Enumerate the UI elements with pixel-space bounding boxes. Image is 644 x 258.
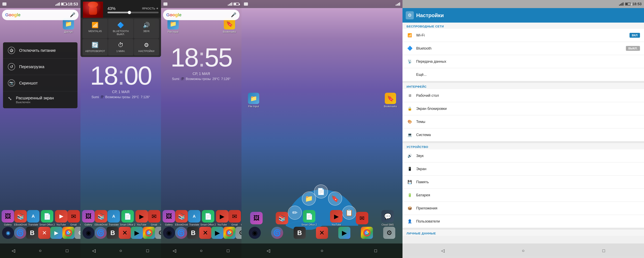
settings-bluetooth[interactable]: 🔷 Bluetooth ВЫКЛ. [402,42,644,55]
recent-button-settings[interactable]: □ [598,247,610,255]
wifi-tile-icon: 📶 [92,22,98,28]
bookmarks-icon-p4[interactable]: 🔖 Bookmarks [382,93,398,108]
settings-sound[interactable]: 🔊 Звук [402,149,644,163]
bookmarks-icon-p3[interactable]: 🔖 Bookmarks [222,18,238,33]
divider-1 [402,81,644,83]
wifi-toggle[interactable]: ВКЛ [630,33,640,38]
app-gallery-p4[interactable]: 🖼 [250,212,263,224]
back-button-p3[interactable]: ◁ [168,247,180,255]
dock-swirl-p4[interactable]: 🌀 [271,227,283,239]
notif-tile-settings[interactable]: ⚙ НАСТРОЙКИ [134,39,159,55]
battery-fill-settings [626,3,628,5]
recent-button-p4[interactable]: □ [370,247,382,255]
settings-status-icons: 18:53 [619,2,642,6]
dock-chrome-p4[interactable] [361,227,373,239]
dock-bold[interactable]: B [26,227,38,239]
weather-icon-p3: ⛈ [181,77,184,81]
status-time: 18:53 [68,2,78,7]
dock-xperia-p3[interactable]: ✕ [199,227,211,239]
bluetooth-tile-label: BLUETOOTH ВЫКЛ. [110,30,132,36]
xperia-icon: ✕ [38,227,50,239]
back-button-p2[interactable]: ◁ [88,247,100,255]
dock-chrome-p2[interactable] [143,227,155,239]
dock-chrome[interactable] [62,227,74,239]
dock-orb-p3[interactable]: ◉ [163,227,175,239]
brightness-bar[interactable] [108,12,158,13]
ftp-desktop-icon[interactable]: 📁 Доступ [60,18,76,33]
settings-data-transfer[interactable]: 📡 Передача данных [402,55,644,68]
home-button-p4[interactable]: ○ [316,247,328,255]
screenshot-item[interactable]: 📷 Скриншот [3,75,78,91]
reboot-item[interactable]: ↺ Перезагрузка [3,59,78,75]
home-button[interactable]: ○ [34,247,46,255]
dock-playstore[interactable]: ▶ [50,227,62,239]
dock-xperia[interactable]: ✕ [38,227,50,239]
dock-xperia-p4[interactable]: ✕ [316,227,328,239]
notif-tile-timeout[interactable]: ⏱ 1 МИН. [108,39,133,55]
dock-swirl[interactable]: 🌀 [14,227,26,239]
section-wireless-header: БЕСПРОВОДНЫЕ СЕТИ [402,23,644,29]
expand-screen-item[interactable]: ⤡ Расширенный экран Выключен [3,91,78,108]
fileinput-icon-p4[interactable]: 📁 File Input [246,93,262,108]
power-off-item[interactable]: ⏻ Отключить питание [3,42,78,59]
fan-icon-doc[interactable]: 📄 [314,184,328,199]
fan-icon-bookmark[interactable]: 🔖 [328,191,342,206]
app-gmail-p4[interactable]: ✉ [356,212,368,224]
dock-settings-p4[interactable]: ⚙ [383,227,395,239]
settings-more[interactable]: Ещё... [402,68,644,81]
settings-desktop[interactable]: 🖥 Рабочий стол [402,89,644,102]
dock-swirl-p2[interactable]: 🌀 [94,227,107,239]
settings-users[interactable]: 👤 Пользователи [402,215,644,228]
dock-playstore-p4[interactable]: ▶ [338,227,350,239]
settings-memory[interactable]: 💾 Память [402,176,644,189]
back-button-settings[interactable]: ◁ [437,247,449,255]
notif-tile-bluetooth[interactable]: 🔷 BLUETOOTH ВЫКЛ. [108,19,133,39]
mic-icon-p3[interactable]: 🎤 [231,12,236,18]
dock-bold-p2[interactable]: B [107,227,119,239]
dock-xperia-p2[interactable]: ✕ [119,227,131,239]
search-input-p3[interactable] [183,13,231,17]
dock-orb-p4[interactable]: ◉ [249,227,261,239]
settings-system[interactable]: 💻 Система [402,128,644,142]
dock-orb-p2[interactable]: ◉ [82,227,94,239]
home-button-p2[interactable]: ○ [115,247,127,255]
settings-wifi[interactable]: 📶 Wi-Fi ВКЛ [402,29,644,42]
fileinput-icon[interactable]: 📁 File Input [165,18,181,33]
search-input[interactable] [22,13,70,17]
dock-playstore-p3[interactable]: ▶ [211,227,224,239]
brightness-label: ЯРКОСТЬ ☀ [142,7,158,10]
back-button[interactable]: ◁ [8,247,20,255]
settings-themes[interactable]: 🎨 Темы [402,115,644,128]
search-bar[interactable]: Google 🎤 [2,10,78,20]
home-button-p3[interactable]: ○ [195,247,207,255]
dock-chrome-p3[interactable] [224,227,236,239]
recent-button-p2[interactable]: □ [142,247,154,255]
search-bar-panel3[interactable]: Google 🎤 [163,10,240,20]
settings-lockscreen[interactable]: 🔒 Экран блокировки [402,102,644,115]
recent-button-p3[interactable]: □ [222,247,234,255]
recent-button[interactable]: □ [61,247,73,255]
home-button-settings[interactable]: ○ [517,247,529,255]
settings-apps[interactable]: 📦 Приложения [402,202,644,215]
dock-bold-p3[interactable]: B [187,227,199,239]
notif-tile-sound[interactable]: 🔊 ЗВУК [134,19,159,39]
app-ebook-p4[interactable]: 📚 [276,212,288,224]
rotate-tile-icon: 🔄 [92,42,98,48]
dock-settings[interactable]: ⚙ [74,227,80,239]
dock-orb[interactable]: ◉ [2,227,14,239]
bluetooth-toggle[interactable]: ВЫКЛ. [626,46,640,51]
fileinput-label-p4: File Input [248,105,259,108]
settings-battery[interactable]: 🔋 Батарея [402,189,644,202]
power-off-label: Отключить питание [19,48,56,53]
dock-playstore-p2[interactable]: ▶ [131,227,143,239]
dock-settings-p3[interactable]: ⚙ [236,227,242,239]
notif-tile-rotate[interactable]: 🔄 АВТОПОВОРОТ [82,39,108,55]
settings-screen[interactable]: 📱 Экран [402,163,644,176]
brightness-thumb[interactable] [128,11,131,14]
dock-settings-p2[interactable]: ⚙ [155,227,161,239]
dock-bold-p4[interactable]: B [294,227,306,239]
dock-swirl-p3[interactable]: 🌀 [175,227,187,239]
back-button-p4[interactable]: ◁ [262,247,274,255]
notif-tile-wifi[interactable]: 📶 MENTAL45 [82,19,108,39]
mic-icon[interactable]: 🎤 [70,12,75,18]
